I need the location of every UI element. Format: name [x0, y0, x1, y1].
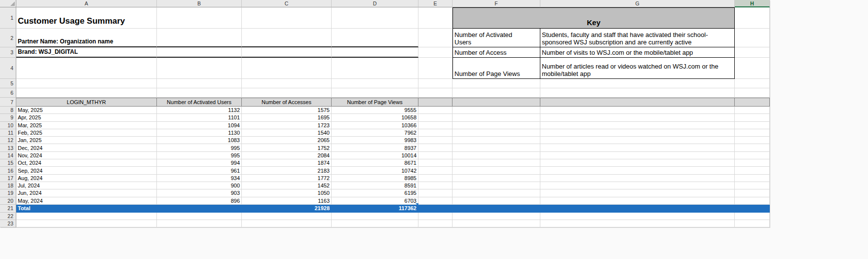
column-header-C[interactable]: C — [242, 0, 332, 7]
cell-month[interactable]: Apr, 2025 — [16, 114, 157, 121]
cell[interactable] — [735, 197, 770, 205]
cell-activated[interactable]: 1101 — [157, 114, 242, 121]
cell-month[interactable]: Mar, 2025 — [16, 122, 157, 129]
cell[interactable] — [540, 197, 735, 205]
cell[interactable] — [540, 144, 735, 151]
cell[interactable] — [540, 129, 735, 137]
cell[interactable] — [242, 7, 332, 29]
cell[interactable] — [418, 98, 453, 107]
row-header-23[interactable]: 23 — [0, 220, 16, 227]
cell[interactable] — [418, 114, 453, 121]
cell-views[interactable]: 9983 — [332, 137, 418, 144]
row-header-6[interactable]: 6 — [0, 88, 16, 98]
cell-accesses[interactable]: 2065 — [242, 137, 332, 144]
cell[interactable] — [735, 122, 770, 129]
column-header-F[interactable]: F — [453, 0, 540, 7]
cell[interactable] — [735, 159, 770, 167]
cell[interactable] — [735, 114, 770, 121]
cell[interactable] — [453, 107, 540, 114]
cell-month[interactable]: Oct, 2024 — [16, 159, 157, 167]
cell[interactable] — [540, 88, 735, 98]
row-header-21[interactable]: 21 — [0, 205, 16, 213]
cell-month[interactable]: May, 2025 — [16, 107, 157, 114]
cell[interactable] — [735, 88, 770, 98]
cell-views[interactable]: 6195 — [332, 189, 418, 197]
cell-total-views[interactable]: 117362 — [332, 205, 418, 213]
cell[interactable] — [418, 137, 453, 144]
cell[interactable] — [735, 167, 770, 174]
cell[interactable] — [418, 144, 453, 151]
cell[interactable] — [453, 213, 540, 220]
cell[interactable] — [453, 189, 540, 197]
key-term-page-views[interactable]: Number of Page Views — [453, 58, 540, 79]
cell[interactable] — [540, 107, 735, 114]
cell[interactable] — [735, 220, 770, 227]
cell[interactable] — [418, 7, 453, 29]
cell-total-activated[interactable] — [157, 205, 242, 213]
cell-activated[interactable]: 995 — [157, 144, 242, 151]
cell[interactable] — [418, 88, 453, 98]
header-login-mthyr[interactable]: LOGIN_MTHYR — [16, 98, 157, 107]
cell[interactable] — [453, 114, 540, 121]
cell[interactable] — [418, 197, 453, 205]
cell-month[interactable]: Jan, 2025 — [16, 137, 157, 144]
cell[interactable] — [418, 175, 453, 182]
key-term-activated-users[interactable]: Number of Activated Users — [453, 29, 540, 47]
cell[interactable] — [735, 29, 770, 47]
cell[interactable] — [453, 79, 540, 88]
cell[interactable] — [332, 58, 418, 79]
cell[interactable] — [735, 182, 770, 189]
cell[interactable] — [418, 107, 453, 114]
column-header-G[interactable]: G — [540, 0, 735, 7]
cell[interactable] — [16, 58, 157, 79]
cell-accesses[interactable]: 1723 — [242, 122, 332, 129]
cell-month[interactable]: Sep, 2024 — [16, 167, 157, 174]
cell[interactable] — [735, 129, 770, 137]
cell[interactable] — [453, 205, 540, 213]
column-header-E[interactable]: E — [418, 0, 453, 7]
row-header-7[interactable]: 7 — [0, 98, 16, 107]
key-term-access[interactable]: Number of Access — [453, 47, 540, 58]
cell[interactable] — [453, 98, 540, 107]
cell[interactable] — [242, 220, 332, 227]
cell[interactable] — [157, 220, 242, 227]
cell[interactable] — [157, 213, 242, 220]
cell-views[interactable]: 8591 — [332, 182, 418, 189]
cell[interactable] — [540, 152, 735, 159]
cell-month[interactable]: Feb, 2025 — [16, 129, 157, 137]
cell[interactable] — [332, 47, 418, 58]
row-header-9[interactable]: 9 — [0, 114, 16, 121]
cell[interactable] — [735, 98, 770, 107]
key-definition-page-views[interactable]: Number of articles read or videos watche… — [540, 58, 735, 79]
cell[interactable] — [418, 189, 453, 197]
cell[interactable] — [735, 7, 770, 29]
cell-activated[interactable]: 1130 — [157, 129, 242, 137]
cell[interactable] — [418, 213, 453, 220]
cell-accesses[interactable]: 1575 — [242, 107, 332, 114]
cell[interactable] — [453, 167, 540, 174]
cell-views[interactable]: 6703 — [332, 197, 418, 205]
cell[interactable] — [418, 58, 453, 79]
cell[interactable] — [540, 220, 735, 227]
key-title-cell[interactable]: Key — [453, 7, 735, 29]
cell[interactable] — [540, 175, 735, 182]
cell-activated[interactable]: 961 — [157, 167, 242, 174]
cell[interactable] — [453, 220, 540, 227]
row-header-4[interactable]: 4 — [0, 58, 16, 79]
cell-accesses[interactable]: 1163 — [242, 197, 332, 205]
cell[interactable] — [453, 144, 540, 151]
row-header-16[interactable]: 16 — [0, 167, 16, 174]
cell[interactable] — [16, 220, 157, 227]
cell[interactable] — [540, 189, 735, 197]
cell[interactable] — [540, 79, 735, 88]
header-accesses[interactable]: Number of Accesses — [242, 98, 332, 107]
cell[interactable] — [418, 205, 453, 213]
cell[interactable] — [540, 205, 735, 213]
cell-accesses[interactable]: 2084 — [242, 152, 332, 159]
cell-accesses[interactable]: 1695 — [242, 114, 332, 121]
key-definition-access[interactable]: Number of visits to WSJ.com or the mobil… — [540, 47, 735, 58]
row-header-18[interactable]: 18 — [0, 182, 16, 189]
cell[interactable] — [157, 7, 242, 29]
cell-activated[interactable]: 934 — [157, 175, 242, 182]
cell-activated[interactable]: 896 — [157, 197, 242, 205]
